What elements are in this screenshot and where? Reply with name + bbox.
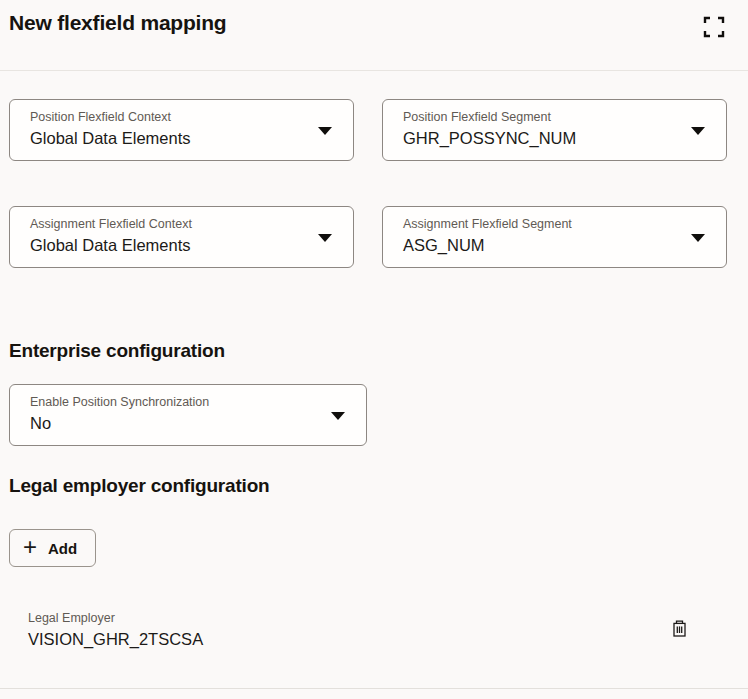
field-value: ASG_NUM — [403, 235, 682, 256]
legal-employer-value: VISION_GHR_2TSCSA — [28, 630, 203, 649]
dropdown-arrow-icon[interactable] — [691, 234, 705, 242]
field-label: Assignment Flexfield Segment — [403, 217, 682, 233]
assignment-flexfield-context-select[interactable]: Assignment Flexfield Context Global Data… — [9, 206, 354, 268]
field-label: Position Flexfield Segment — [403, 110, 682, 126]
flexfield-mapping-grid: Position Flexfield Context Global Data E… — [9, 99, 727, 268]
add-legal-employer-button[interactable]: + Add — [9, 529, 96, 567]
page-header: New flexfield mapping — [0, 0, 748, 71]
enable-position-synchronization-select[interactable]: Enable Position Synchronization No — [9, 384, 367, 446]
dropdown-arrow-icon[interactable] — [331, 412, 345, 420]
dropdown-arrow-icon[interactable] — [318, 127, 332, 135]
expand-icon — [703, 26, 725, 41]
field-value: Global Data Elements — [30, 235, 309, 256]
field-label: Assignment Flexfield Context — [30, 217, 309, 233]
field-label: Position Flexfield Context — [30, 110, 309, 126]
dropdown-arrow-icon[interactable] — [691, 127, 705, 135]
page-title: New flexfield mapping — [9, 11, 227, 35]
plus-icon: + — [23, 535, 37, 559]
position-flexfield-segment-select[interactable]: Position Flexfield Segment GHR_POSSYNC_N… — [382, 99, 727, 161]
legal-employer-label: Legal Employer — [28, 611, 203, 627]
legal-employer-field: Legal Employer VISION_GHR_2TSCSA — [28, 611, 203, 649]
field-value: Global Data Elements — [30, 128, 309, 149]
trash-icon — [671, 626, 688, 641]
enterprise-configuration-heading: Enterprise configuration — [9, 340, 727, 362]
expand-button[interactable] — [701, 14, 727, 43]
legal-employer-row: Legal Employer VISION_GHR_2TSCSA — [28, 611, 690, 649]
form-body: Position Flexfield Context Global Data E… — [0, 99, 748, 649]
assignment-flexfield-segment-select[interactable]: Assignment Flexfield Segment ASG_NUM — [382, 206, 727, 268]
field-value: No — [30, 413, 322, 434]
legal-employer-configuration-heading: Legal employer configuration — [9, 475, 727, 497]
delete-legal-employer-button[interactable] — [669, 617, 690, 643]
bottom-divider — [0, 688, 748, 689]
add-button-label: Add — [48, 540, 77, 557]
field-value: GHR_POSSYNC_NUM — [403, 128, 682, 149]
field-label: Enable Position Synchronization — [30, 395, 322, 411]
position-flexfield-context-select[interactable]: Position Flexfield Context Global Data E… — [9, 99, 354, 161]
dropdown-arrow-icon[interactable] — [318, 234, 332, 242]
